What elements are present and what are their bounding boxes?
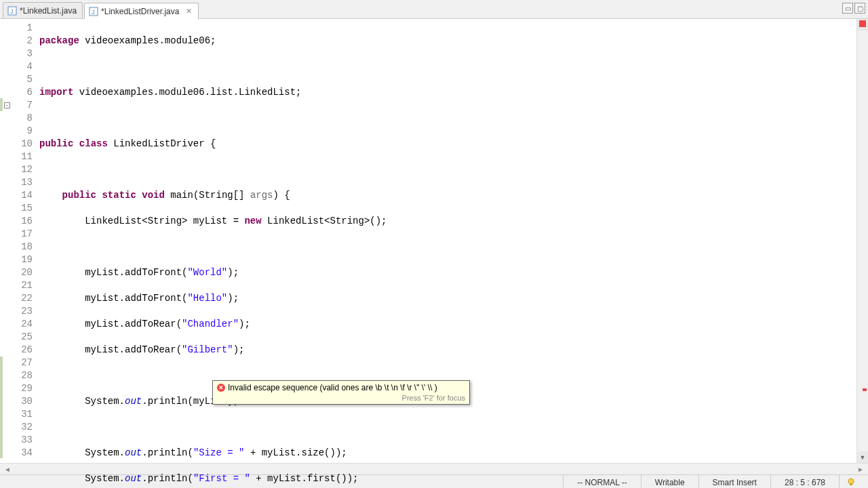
tab-label: *LinkedList.java bbox=[20, 6, 77, 16]
svg-text:J: J bbox=[92, 9, 95, 16]
keyword: void bbox=[142, 190, 165, 201]
fold-toggle-icon[interactable]: − bbox=[4, 102, 10, 108]
tab-linkedlistdriver[interactable]: J *LinkedListDriver.java ✕ bbox=[84, 3, 199, 19]
error-tooltip: ✕ Invalid escape sequence (valid ones ar… bbox=[212, 380, 470, 405]
keyword: public bbox=[39, 138, 73, 149]
keyword: class bbox=[79, 138, 108, 149]
line-gutter[interactable]: 1 2 3 4 5 6 −7 8 9 10 11 12 13 14 15 16 … bbox=[5, 19, 37, 463]
minimize-view-icon[interactable]: ▭ bbox=[842, 3, 853, 14]
java-file-icon: J bbox=[89, 7, 98, 16]
editor-tabbar: J *LinkedList.java J *LinkedListDriver.j… bbox=[0, 0, 868, 19]
scroll-down-icon[interactable]: ▼ bbox=[857, 451, 868, 463]
close-icon[interactable]: ✕ bbox=[184, 7, 193, 16]
keyword: new bbox=[244, 216, 261, 226]
tab-linkedlist[interactable]: J *LinkedList.java bbox=[3, 2, 83, 18]
change-strip bbox=[0, 19, 5, 463]
vertical-scrollbar[interactable]: ▲ ▼ bbox=[856, 19, 868, 463]
svg-text:J: J bbox=[10, 8, 14, 15]
tab-label: *LinkedListDriver.java bbox=[101, 7, 179, 16]
overview-error-summary-icon[interactable] bbox=[859, 20, 866, 27]
keyword: public bbox=[62, 190, 96, 201]
java-file-icon: J bbox=[7, 6, 17, 16]
tab-controls: ▭ ▢ bbox=[842, 3, 865, 14]
keyword: import bbox=[39, 87, 73, 98]
error-icon: ✕ bbox=[217, 384, 225, 392]
overview-error-mark[interactable] bbox=[863, 388, 867, 391]
maximize-view-icon[interactable]: ▢ bbox=[854, 3, 865, 14]
tooltip-message: Invalid escape sequence (valid ones are … bbox=[228, 383, 437, 392]
keyword: static bbox=[102, 190, 136, 201]
keyword: package bbox=[39, 35, 79, 46]
scroll-left-icon[interactable]: ◄ bbox=[1, 466, 14, 473]
tooltip-hint: Press 'F2' for focus bbox=[217, 394, 465, 402]
